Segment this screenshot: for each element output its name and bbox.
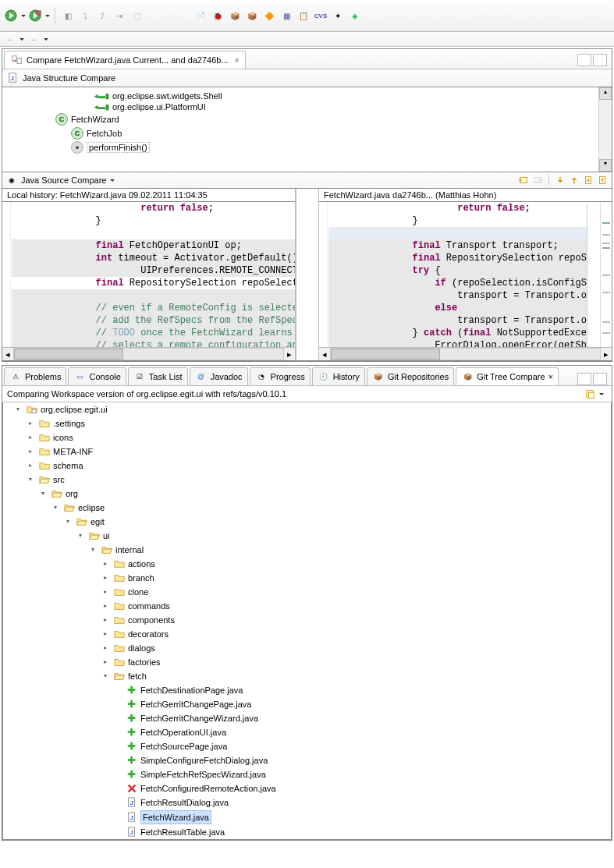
twisty-icon[interactable] bbox=[12, 404, 23, 415]
twisty-icon[interactable] bbox=[100, 643, 111, 654]
close-icon[interactable]: × bbox=[235, 56, 240, 65]
tab-history[interactable]: 🕘History bbox=[312, 367, 365, 385]
tool-icon-3[interactable]: ⤴ bbox=[94, 8, 110, 23]
tree-item[interactable]: FetchResultDialog.java bbox=[3, 795, 611, 810]
grid-icon[interactable]: ▦ bbox=[279, 8, 294, 23]
tab-compare-fetchwizard[interactable]: Compare FetchWizard.java Current... and … bbox=[4, 51, 246, 69]
twisty-icon[interactable] bbox=[100, 657, 111, 668]
struct-item[interactable]: ◂▬▮org.eclipse.swt.widgets.Shell bbox=[5, 90, 598, 101]
git-icon-2[interactable]: 📦 bbox=[244, 8, 260, 23]
struct-item[interactable]: FetchWizard bbox=[5, 112, 598, 126]
tree-item[interactable]: FetchDestinationPage.java bbox=[3, 683, 611, 697]
run-external-dropdown[interactable] bbox=[44, 9, 50, 22]
tree-item[interactable]: egit bbox=[3, 515, 611, 529]
yellow-icon[interactable]: 🔶 bbox=[261, 8, 277, 23]
tree-item[interactable]: FetchSourcePage.java bbox=[3, 739, 611, 753]
twisty-icon[interactable] bbox=[100, 558, 111, 569]
back-dropdown[interactable] bbox=[19, 33, 24, 45]
tree-item[interactable]: FetchConfiguredRemoteAction.java bbox=[3, 781, 611, 795]
struct-item[interactable]: ◂▬▮org.eclipse.ui.PlatformUI bbox=[5, 101, 598, 112]
tree-item[interactable]: ui bbox=[3, 529, 611, 543]
tree-item[interactable]: factories bbox=[3, 655, 611, 669]
tree-item[interactable]: components bbox=[3, 613, 611, 627]
copy-icon[interactable]: 📋 bbox=[296, 8, 311, 23]
tab-progress[interactable]: ◔Progress bbox=[250, 367, 311, 385]
tab-javadoc[interactable]: @Javadoc bbox=[190, 367, 248, 385]
maximize-icon[interactable] bbox=[593, 54, 607, 66]
tool-icon-1[interactable]: ◧ bbox=[60, 8, 76, 23]
cvs-icon[interactable]: CVS bbox=[313, 8, 328, 23]
left-code[interactable]: return false; } final FetchOperationUI o… bbox=[2, 202, 295, 347]
tree-item[interactable]: src bbox=[3, 473, 611, 487]
outline-icon[interactable]: ✦ bbox=[330, 8, 346, 23]
tree-item[interactable]: eclipse bbox=[3, 501, 611, 515]
copy-left-icon[interactable] bbox=[517, 174, 530, 186]
tag-icon[interactable]: ◈ bbox=[347, 8, 363, 23]
view-menu-icon[interactable] bbox=[598, 388, 604, 400]
prev-diff-icon[interactable] bbox=[568, 174, 580, 186]
run-dropdown[interactable] bbox=[20, 9, 26, 22]
scroll-down-icon[interactable]: ▾ bbox=[599, 159, 612, 172]
git-tree[interactable]: org.eclipse.egit.ui.settingsiconsMETA-IN… bbox=[2, 402, 612, 840]
forward-icon[interactable]: → bbox=[27, 33, 40, 45]
tree-item[interactable]: decorators bbox=[3, 627, 611, 641]
maximize-icon[interactable] bbox=[593, 373, 607, 385]
tree-item[interactable]: org bbox=[3, 487, 611, 501]
tree-item[interactable]: fetch bbox=[3, 669, 611, 683]
tab-git-tree-compare[interactable]: 📦Git Tree Compare× bbox=[456, 367, 559, 385]
tree-item[interactable]: schema bbox=[3, 459, 611, 473]
twisty-icon[interactable] bbox=[100, 615, 111, 625]
minimize-icon[interactable] bbox=[577, 373, 591, 385]
tree-item[interactable]: FetchResultTable.java bbox=[3, 825, 611, 839]
tree-item[interactable]: internal bbox=[3, 543, 611, 557]
tab-problems[interactable]: ⚠Problems bbox=[4, 367, 66, 385]
twisty-icon[interactable] bbox=[100, 572, 111, 583]
twisty-icon[interactable] bbox=[25, 474, 36, 485]
tree-item[interactable]: icons bbox=[3, 430, 611, 445]
source-dropdown[interactable] bbox=[109, 174, 115, 186]
tree-item[interactable]: clone bbox=[3, 585, 611, 599]
twisty-icon[interactable] bbox=[25, 432, 36, 443]
git-icon[interactable]: 📦 bbox=[227, 8, 243, 23]
tab-console[interactable]: ▭Console bbox=[68, 367, 126, 385]
tree-item[interactable]: FetchOperationUI.java bbox=[3, 725, 611, 739]
next-change-icon[interactable] bbox=[582, 174, 594, 186]
prev-change-icon[interactable] bbox=[596, 174, 609, 186]
structure-tree[interactable]: ◂▬▮org.eclipse.swt.widgets.Shell◂▬▮org.e… bbox=[2, 87, 612, 172]
twisty-icon[interactable] bbox=[37, 488, 48, 499]
tree-item[interactable]: META-INF bbox=[3, 445, 611, 459]
twisty-icon[interactable] bbox=[50, 502, 61, 513]
tree-item[interactable]: FetchWizard.java bbox=[3, 810, 611, 825]
tree-item[interactable]: actions bbox=[3, 557, 611, 571]
tree-item[interactable]: SimpleFetchRefSpecWizard.java bbox=[3, 767, 611, 781]
twisty-icon[interactable] bbox=[25, 418, 36, 429]
right-code[interactable]: return false; } final Transport transpor… bbox=[319, 202, 587, 347]
tool-icon-5[interactable]: ⬚ bbox=[129, 8, 144, 23]
tool-icon-2[interactable]: ⤵ bbox=[77, 8, 93, 23]
twisty-icon[interactable] bbox=[25, 446, 36, 457]
twisty-icon[interactable] bbox=[87, 544, 98, 555]
back-icon[interactable]: ← bbox=[3, 33, 16, 45]
minimize-icon[interactable] bbox=[577, 54, 591, 66]
close-icon[interactable]: × bbox=[548, 372, 553, 381]
bug-icon[interactable]: 🐞 bbox=[210, 8, 225, 23]
tree-item[interactable]: .settings bbox=[3, 416, 611, 430]
right-hscroll[interactable]: ◂▸ bbox=[319, 347, 612, 360]
scrollbar-vertical[interactable]: ▴ ▾ bbox=[598, 87, 612, 172]
twisty-icon[interactable] bbox=[25, 460, 36, 471]
new-icon[interactable]: 📄 bbox=[193, 8, 208, 23]
tree-item[interactable]: branch bbox=[3, 571, 611, 585]
tree-item[interactable]: org.eclipse.egit.ui bbox=[3, 402, 611, 416]
tab-tasklist[interactable]: ☑Task List bbox=[128, 367, 188, 385]
run-button[interactable] bbox=[3, 8, 19, 23]
twisty-icon[interactable] bbox=[100, 601, 111, 611]
scroll-up-icon[interactable]: ▴ bbox=[599, 87, 612, 100]
forward-dropdown[interactable] bbox=[43, 33, 48, 45]
twisty-icon[interactable] bbox=[100, 671, 111, 682]
next-diff-icon[interactable] bbox=[554, 174, 566, 186]
overview-ruler[interactable] bbox=[600, 202, 612, 347]
collapse-all-icon[interactable] bbox=[584, 388, 597, 400]
twisty-icon[interactable] bbox=[100, 629, 111, 639]
left-hscroll[interactable]: ◂▸ bbox=[2, 347, 295, 360]
struct-item[interactable]: FetchJob bbox=[5, 126, 598, 140]
